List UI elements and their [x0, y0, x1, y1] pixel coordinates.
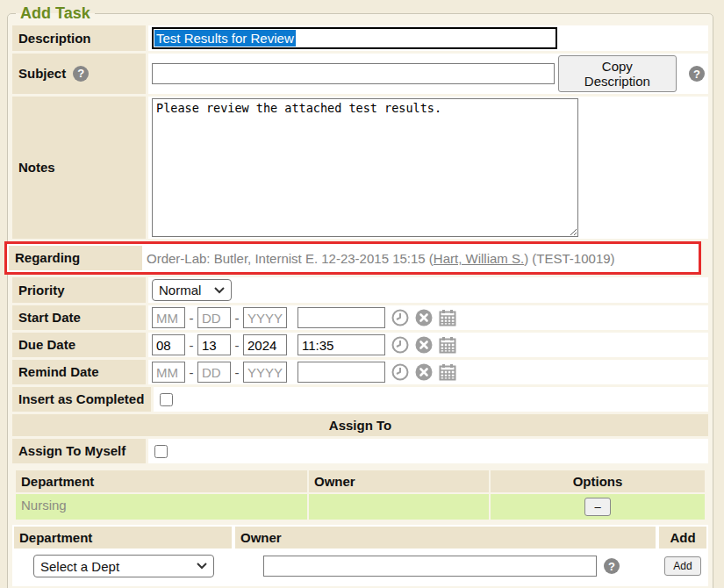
description-selected-text: Test Results for Review — [154, 30, 296, 47]
assigned-header-department: Department — [16, 470, 307, 492]
add-header-add: Add — [659, 527, 706, 549]
start-date-clock-icon[interactable] — [391, 309, 409, 326]
subject-input[interactable] — [152, 63, 555, 84]
assigned-header-owner: Owner — [309, 470, 489, 492]
description-label: Description — [12, 25, 146, 51]
assigned-department-value: Nursing — [16, 494, 307, 520]
notes-row: Notes Please review the attached test re… — [12, 97, 708, 239]
due-date-day-input[interactable] — [197, 334, 231, 355]
due-date-calendar-icon[interactable] — [439, 336, 456, 354]
remind-date-calendar-icon[interactable] — [439, 363, 456, 381]
date-separator: - — [234, 311, 240, 326]
assigned-table-row: Nursing – — [16, 494, 705, 520]
start-date-label: Start Date — [12, 305, 146, 330]
regarding-patient-link[interactable]: Hart, William S. — [434, 251, 524, 266]
date-separator: - — [189, 365, 194, 380]
insert-completed-row: Insert as Completed — [12, 387, 708, 412]
department-select[interactable]: Select a Dept — [33, 555, 214, 577]
assigned-header-options: Options — [491, 470, 705, 492]
regarding-text: Order-Lab: Butler, Internist E. 12-23-20… — [147, 251, 434, 266]
regarding-ref: ) (TEST-10019) — [524, 251, 614, 266]
assign-to-myself-row: Assign To Myself — [12, 439, 708, 463]
page-title: Add Task — [16, 4, 95, 23]
remind-date-label: Remind Date — [12, 360, 146, 384]
subject-row: Subject ? Copy Description ? — [12, 54, 708, 94]
remind-date-row: Remind Date - - — [12, 360, 708, 384]
start-date-month-input[interactable] — [152, 307, 185, 328]
remind-date-time-input[interactable] — [297, 362, 385, 383]
subject-label: Subject ? — [12, 54, 146, 94]
add-table-row: Select a Dept ? Add — [14, 555, 706, 577]
priority-selected-value: Normal — [159, 283, 201, 298]
add-assignment-table: Department Owner Add Select a Dept ? Add — [12, 525, 708, 586]
priority-row: Priority Normal — [12, 277, 708, 303]
regarding-label: Regarding — [9, 246, 142, 270]
assign-to-myself-checkbox[interactable] — [154, 445, 168, 458]
date-separator: - — [189, 338, 194, 353]
assigned-table: Department Owner Options Nursing – — [16, 470, 705, 520]
notes-textarea[interactable]: Please review the attached test results. — [152, 98, 578, 237]
priority-select[interactable]: Normal — [152, 279, 232, 301]
remind-date-month-input[interactable] — [152, 362, 185, 383]
remove-assignment-button[interactable]: – — [584, 498, 611, 516]
chevron-down-icon — [214, 287, 225, 294]
due-date-clock-icon[interactable] — [391, 336, 409, 354]
remind-date-clock-icon[interactable] — [391, 363, 409, 381]
start-date-calendar-icon[interactable] — [439, 309, 456, 326]
add-header-owner: Owner — [235, 527, 656, 549]
copy-description-button[interactable]: Copy Description — [558, 55, 677, 92]
assigned-table-header: Department Owner Options — [16, 470, 705, 492]
regarding-value: Order-Lab: Butler, Internist E. 12-23-20… — [145, 246, 617, 270]
insert-completed-label: Insert as Completed — [12, 387, 151, 412]
remind-date-clear-icon[interactable] — [415, 363, 433, 381]
start-date-clear-icon[interactable] — [415, 309, 433, 326]
add-assignment-button[interactable]: Add — [664, 556, 700, 576]
copy-description-help-icon[interactable]: ? — [689, 66, 705, 82]
date-separator: - — [234, 365, 240, 380]
start-date-time-input[interactable] — [297, 307, 385, 328]
remind-date-year-input[interactable] — [243, 362, 287, 383]
start-date-day-input[interactable] — [197, 307, 231, 328]
chevron-down-icon — [197, 563, 207, 570]
add-task-fieldset: Add Task Description Test Results for Re… — [7, 4, 713, 588]
date-separator: - — [234, 338, 240, 353]
due-date-clear-icon[interactable] — [415, 336, 433, 354]
subject-help-icon[interactable]: ? — [73, 66, 89, 82]
description-row: Description Test Results for Review — [12, 25, 708, 51]
start-date-row: Start Date - - — [12, 305, 708, 330]
add-table-header: Department Owner Add — [14, 527, 706, 549]
owner-input[interactable] — [263, 556, 597, 577]
owner-help-icon[interactable]: ? — [604, 558, 620, 574]
assigned-owner-value — [309, 494, 489, 520]
date-separator: - — [189, 311, 194, 326]
notes-label: Notes — [12, 97, 146, 239]
regarding-row: Regarding Order-Lab: Butler, Internist E… — [4, 241, 701, 275]
due-date-label: Due Date — [12, 333, 146, 357]
description-input[interactable]: Test Results for Review — [152, 27, 557, 49]
department-selected-value: Select a Dept — [40, 559, 119, 574]
assign-to-section-header: Assign To — [12, 414, 708, 436]
due-date-time-input[interactable] — [297, 334, 385, 355]
start-date-year-input[interactable] — [243, 307, 287, 328]
due-date-row: Due Date - - — [12, 333, 708, 357]
due-date-month-input[interactable] — [152, 334, 185, 355]
insert-completed-checkbox[interactable] — [160, 393, 173, 406]
priority-label: Priority — [12, 277, 146, 303]
remind-date-day-input[interactable] — [197, 362, 231, 383]
add-header-department: Department — [14, 527, 232, 549]
assign-to-myself-label: Assign To Myself — [12, 439, 146, 463]
due-date-year-input[interactable] — [243, 334, 287, 355]
